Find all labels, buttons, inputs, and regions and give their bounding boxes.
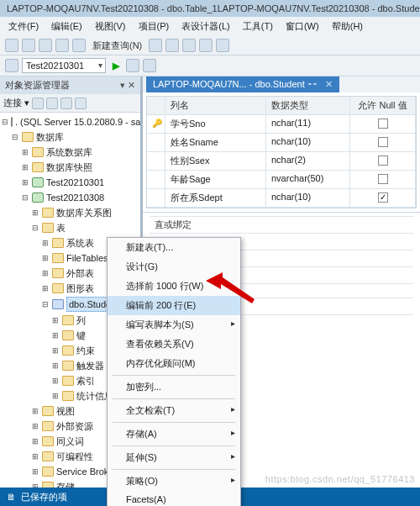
cell-allow-null[interactable] [350, 134, 416, 152]
ctx-edit-top[interactable]: 编辑前 200 行(E) [108, 296, 240, 315]
col-name-header[interactable]: 列名 [165, 97, 266, 115]
table-row[interactable]: 姓名Snamenchar(10) [147, 134, 416, 152]
checkbox-icon[interactable] [378, 137, 388, 147]
tab-pin-icon[interactable]: ⁃⁃ [307, 79, 318, 89]
tb2-icon-3[interactable] [143, 59, 156, 72]
cell-allow-null[interactable] [350, 152, 416, 171]
checkbox-icon[interactable] [378, 174, 388, 184]
cell-col-type[interactable]: nchar(11) [266, 115, 350, 134]
cell-col-type[interactable]: nvarchar(50) [266, 171, 350, 189]
open-icon[interactable] [55, 39, 69, 52]
cell-col-name[interactable]: 年龄Sage [165, 171, 266, 189]
checkbox-icon[interactable] [378, 192, 388, 203]
connect-button[interactable]: 连接 ▾ [3, 97, 29, 109]
table-row[interactable]: 年龄Sagenvarchar(50) [147, 171, 416, 189]
table-row[interactable]: 🔑学号Snonchar(11) [147, 115, 416, 134]
tb-icon-2[interactable] [165, 39, 179, 52]
tb2-icon-2[interactable] [126, 59, 139, 72]
tree-diagram[interactable]: 数据库关系图 [56, 206, 112, 219]
cell-col-type[interactable]: nchar(2) [266, 152, 350, 171]
tree-sysdb[interactable]: 系统数据库 [46, 145, 92, 159]
tree-extres[interactable]: 外部资源 [56, 419, 93, 433]
save-icon[interactable] [72, 39, 86, 52]
tree-t1[interactable]: Test20210301 [46, 176, 104, 189]
tree-snapshot[interactable]: 数据库快照 [46, 161, 92, 174]
menu-view[interactable]: 视图(V) [90, 18, 131, 34]
tb-icon-5[interactable] [216, 39, 229, 52]
menu-designer[interactable]: 表设计器(L) [176, 18, 234, 34]
cell-allow-null[interactable] [350, 115, 416, 134]
ctx-policy[interactable]: 策略(O) [108, 472, 240, 491]
menu-help[interactable]: 帮助(H) [327, 18, 368, 34]
col-type-header[interactable]: 数据类型 [266, 97, 350, 115]
cell-col-type[interactable]: nchar(10) [266, 189, 350, 208]
tree-systables[interactable]: 系统表 [66, 236, 94, 250]
ctx-design[interactable]: 设计(G) [108, 257, 240, 277]
tb-icon-1[interactable] [149, 39, 162, 52]
cell-col-name[interactable]: 学号Sno [165, 115, 266, 134]
ctx-storage[interactable]: 存储(A) [108, 424, 240, 444]
ctx-script-as[interactable]: 编写表脚本为(S) [108, 315, 240, 335]
menu-tools[interactable]: 工具(T) [238, 18, 278, 34]
tree-server[interactable]: . (SQL Server 15.0.2080.9 - sa) [15, 115, 140, 129]
ctx-fulltext[interactable]: 全文检索(T) [108, 401, 240, 420]
ctx-encrypt[interactable]: 加密列... [108, 377, 240, 397]
cell-col-name[interactable]: 姓名Sname [165, 134, 266, 152]
new-query-button[interactable]: 新建查询(N) [89, 40, 145, 52]
nav-back-icon[interactable] [5, 39, 18, 52]
menu-project[interactable]: 项目(P) [134, 18, 175, 34]
conn-icon-2[interactable] [46, 98, 58, 109]
cell-allow-null[interactable] [350, 189, 416, 208]
grid-header: 列名 数据类型 允许 Null 值 [147, 97, 416, 115]
nav-fwd-icon[interactable] [22, 39, 35, 52]
context-menu[interactable]: 新建表(T)... 设计(G) 选择前 1000 行(W) 编辑前 200 行(… [107, 237, 241, 506]
tree-databases[interactable]: 数据库 [36, 130, 64, 144]
object-explorer-header: 对象资源管理器 ▾ ✕ [0, 76, 140, 94]
ctx-newtable[interactable]: 新建表(T)... [108, 238, 240, 257]
table-row[interactable]: 所在系Sdeptnchar(10) [147, 189, 416, 208]
col-null-header[interactable]: 允许 Null 值 [350, 97, 416, 115]
cell-col-type[interactable]: nchar(10) [266, 134, 350, 152]
menu-edit[interactable]: 编辑(E) [46, 18, 87, 34]
column-grid[interactable]: 列名 数据类型 允许 Null 值 🔑学号Snonchar(11) 姓名Snam… [146, 96, 417, 208]
ctx-stretch[interactable]: 延伸(S) [108, 448, 240, 467]
menu-window[interactable]: 窗口(W) [281, 18, 324, 34]
tree-external[interactable]: 外部表 [66, 266, 94, 280]
tree-indexes[interactable]: 索引 [76, 374, 95, 387]
tree-filetables[interactable]: FileTables [66, 251, 108, 265]
tree-t2[interactable]: Test20210308 [46, 191, 104, 204]
execute-icon[interactable]: ▶ [109, 61, 123, 71]
tree-views[interactable]: 视图 [56, 404, 75, 418]
tree-keys[interactable]: 键 [76, 329, 86, 342]
new-file-icon[interactable] [39, 39, 52, 52]
panel-pin-icon[interactable]: ▾ ✕ [120, 80, 135, 91]
tab-close-icon[interactable]: ✕ [325, 79, 333, 89]
conn-icon-3[interactable] [60, 98, 72, 109]
database-combo[interactable]: Test20210301 [22, 58, 106, 73]
tb2-icon-1[interactable] [5, 59, 18, 72]
status-text: 已保存的项 [21, 491, 67, 503]
tb-icon-3[interactable] [182, 39, 196, 52]
tree-prog[interactable]: 可编程性 [56, 450, 93, 463]
cell-col-name[interactable]: 性别Ssex [165, 152, 266, 171]
menu-file[interactable]: 文件(F) [3, 18, 44, 34]
tree-tables[interactable]: 表 [56, 221, 66, 235]
tree-syn[interactable]: 同义词 [56, 435, 84, 448]
conn-icon-4[interactable] [75, 98, 87, 109]
conn-icon-1[interactable] [32, 98, 44, 109]
table-row[interactable]: 性别Ssexnchar(2) [147, 152, 416, 171]
tree-graph[interactable]: 图形表 [66, 282, 94, 295]
checkbox-icon[interactable] [378, 119, 388, 129]
ctx-facets[interactable]: Facets(A) [108, 491, 240, 506]
doc-tab-student[interactable]: LAPTOP-MOQAU7N... - dbo.Student ⁃⁃ ✕ [146, 76, 339, 92]
cell-allow-null[interactable] [350, 171, 416, 189]
ctx-select-top[interactable]: 选择前 1000 行(W) [108, 277, 240, 296]
tree-constraints[interactable]: 约束 [76, 344, 95, 357]
tb-icon-4[interactable] [199, 39, 213, 52]
ctx-memopt[interactable]: 内存优化顾问(M) [108, 354, 240, 373]
cell-col-name[interactable]: 所在系Sdept [165, 189, 266, 208]
checkbox-icon[interactable] [378, 155, 388, 166]
tree-cols[interactable]: 列 [76, 314, 86, 327]
ctx-deps[interactable]: 查看依赖关系(V) [108, 335, 240, 354]
tree-triggers[interactable]: 触发器 [76, 359, 104, 372]
